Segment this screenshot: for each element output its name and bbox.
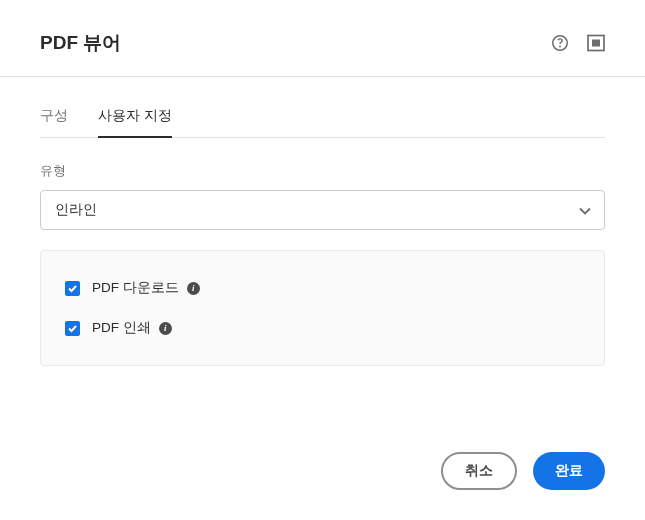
svg-point-0: [559, 46, 561, 48]
dialog-title: PDF 뷰어: [40, 30, 121, 56]
pdf-viewer-dialog: PDF 뷰어 구성 사용자 지정 유형 인라인: [0, 0, 645, 520]
header-icons: [551, 34, 605, 52]
info-icon[interactable]: i: [159, 322, 172, 335]
options-panel: PDF 다운로드 i PDF 인쇄 i: [40, 250, 605, 366]
tab-customize[interactable]: 사용자 지정: [98, 95, 172, 137]
checkbox-label: PDF 인쇄: [92, 319, 151, 337]
cancel-button[interactable]: 취소: [441, 452, 517, 490]
checkbox-pdf-print[interactable]: [65, 321, 80, 336]
type-select[interactable]: 인라인: [40, 190, 605, 230]
tabs: 구성 사용자 지정: [40, 77, 605, 138]
fullscreen-icon[interactable]: [587, 34, 605, 52]
type-label: 유형: [40, 162, 605, 180]
dialog-content: 유형 인라인 PDF 다운로드 i: [0, 138, 645, 390]
done-button[interactable]: 완료: [533, 452, 605, 490]
info-icon[interactable]: i: [187, 282, 200, 295]
help-icon[interactable]: [551, 34, 569, 52]
tab-configuration[interactable]: 구성: [40, 95, 68, 137]
checkbox-label: PDF 다운로드: [92, 279, 179, 297]
checkbox-pdf-download[interactable]: [65, 281, 80, 296]
svg-rect-2: [592, 40, 600, 47]
dialog-header: PDF 뷰어: [0, 0, 645, 77]
type-select-wrapper: 인라인: [40, 190, 605, 230]
option-pdf-download: PDF 다운로드 i: [65, 279, 580, 297]
option-pdf-print: PDF 인쇄 i: [65, 319, 580, 337]
dialog-footer: 취소 완료: [441, 452, 605, 490]
